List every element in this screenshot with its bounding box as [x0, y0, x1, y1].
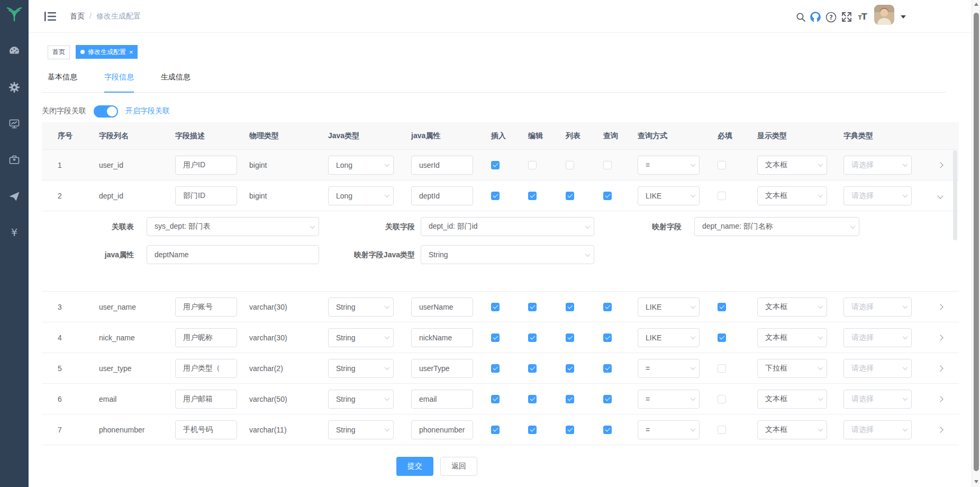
java-type-select[interactable]: Long [328, 186, 394, 205]
java-field-input[interactable]: userId [411, 156, 473, 175]
association-toggle[interactable] [94, 105, 118, 118]
required-checkbox[interactable] [718, 395, 726, 403]
required-checkbox[interactable] [718, 333, 726, 342]
edit-checkbox[interactable] [528, 395, 537, 403]
scrollbar-up-arrow-icon[interactable] [972, 0, 980, 8]
app-logo[interactable] [0, 0, 29, 29]
avatar-caret-down-icon[interactable] [901, 15, 906, 19]
scrollbar-down-arrow-icon[interactable] [972, 477, 980, 486]
column-desc-input[interactable]: 用户昵称 [175, 328, 237, 347]
column-desc-input[interactable]: 用户类型（ [175, 359, 237, 378]
java-field-input[interactable]: phonenumber [411, 420, 473, 439]
column-desc-input[interactable]: 手机号码 [175, 420, 237, 439]
list-checkbox[interactable] [566, 303, 574, 311]
java-type-select[interactable]: String [328, 390, 394, 409]
list-checkbox[interactable] [566, 395, 574, 403]
page-scrollbar[interactable] [972, 0, 980, 487]
edit-checkbox[interactable] [528, 333, 537, 342]
expand-row-icon[interactable] [937, 304, 943, 310]
sidebar-item-monitor[interactable] [0, 112, 29, 136]
user-avatar[interactable] [874, 5, 894, 25]
edit-checkbox[interactable] [528, 364, 537, 373]
query-checkbox[interactable] [603, 333, 612, 342]
expand-row-icon[interactable] [937, 396, 943, 402]
java-type-select[interactable]: String [328, 297, 394, 317]
query-type-select[interactable]: LIKE [638, 186, 700, 205]
question-icon[interactable]: ? [825, 11, 837, 23]
edit-checkbox[interactable] [528, 426, 537, 434]
required-checkbox[interactable] [718, 161, 726, 169]
html-type-select[interactable]: 文本框 [757, 328, 827, 347]
query-checkbox[interactable] [603, 426, 612, 434]
sidebar-item-guide[interactable] [0, 185, 29, 208]
dict-type-select[interactable]: 请选择 [843, 328, 912, 347]
query-checkbox[interactable] [603, 303, 612, 311]
sidebar-item-tool[interactable] [0, 148, 29, 172]
tab-gen-info[interactable]: 生成信息 [161, 73, 190, 93]
query-checkbox[interactable] [603, 364, 612, 373]
dict-type-select[interactable]: 请选择 [843, 359, 912, 378]
tab-field-info[interactable]: 字段信息 [104, 73, 134, 93]
edit-checkbox[interactable] [528, 303, 537, 311]
dict-type-select[interactable]: 请选择 [843, 186, 912, 205]
list-checkbox[interactable] [566, 161, 574, 169]
query-type-select[interactable]: LIKE [638, 328, 700, 347]
html-type-select[interactable]: 文本框 [757, 420, 827, 439]
list-checkbox[interactable] [566, 426, 574, 434]
insert-checkbox[interactable] [491, 303, 500, 311]
column-desc-input[interactable]: 部门ID [175, 186, 237, 205]
query-checkbox[interactable] [603, 395, 612, 403]
tag-home[interactable]: 首页 [48, 46, 70, 59]
list-checkbox[interactable] [566, 333, 574, 342]
query-type-select[interactable]: LIKE [638, 297, 700, 317]
table-scrollbar-thumb[interactable] [953, 150, 957, 240]
dict-type-select[interactable]: 请选择 [843, 297, 912, 317]
java-type-select[interactable]: String [328, 420, 394, 439]
java-field-input[interactable]: nickName [411, 328, 473, 347]
expand-row-icon[interactable] [937, 335, 943, 340]
tag-active-gen-config[interactable]: 修改生成配置 × [76, 45, 138, 59]
query-checkbox[interactable] [603, 192, 612, 200]
sidebar-item-system[interactable] [0, 76, 29, 99]
insert-checkbox[interactable] [491, 364, 500, 373]
java-field-input[interactable]: deptId [411, 186, 473, 205]
map-field-select[interactable]: dept_name: 部门名称 [694, 217, 859, 236]
html-type-select[interactable]: 下拉框 [757, 359, 827, 378]
expand-row-icon[interactable] [937, 193, 943, 199]
list-checkbox[interactable] [566, 192, 574, 200]
back-button[interactable]: 返回 [440, 457, 477, 476]
search-icon[interactable] [795, 11, 806, 23]
column-desc-input[interactable]: 用户ID [175, 156, 237, 175]
submit-button[interactable]: 提交 [396, 457, 433, 476]
sidebar-item-dashboard[interactable] [0, 40, 29, 63]
insert-checkbox[interactable] [491, 333, 500, 342]
java-field-input[interactable]: email [411, 390, 473, 409]
java-field-input[interactable]: userType [411, 359, 473, 378]
query-checkbox[interactable] [603, 161, 612, 169]
insert-checkbox[interactable] [491, 161, 500, 169]
association-on-label[interactable]: 开启字段关联 [125, 106, 170, 116]
required-checkbox[interactable] [718, 303, 726, 311]
required-checkbox[interactable] [718, 426, 726, 434]
query-type-select[interactable]: = [638, 359, 700, 378]
required-checkbox[interactable] [718, 364, 726, 373]
html-type-select[interactable]: 文本框 [757, 186, 827, 205]
dict-type-select[interactable]: 请选择 [843, 390, 912, 409]
edit-checkbox[interactable] [528, 192, 537, 200]
java-type-select[interactable]: String [328, 359, 394, 378]
html-type-select[interactable]: 文本框 [757, 297, 827, 317]
query-type-select[interactable]: = [638, 420, 700, 439]
dict-type-select[interactable]: 请选择 [843, 156, 912, 175]
scrollbar-thumb[interactable] [974, 13, 979, 471]
java-type-select[interactable]: Long [328, 156, 394, 175]
tab-basic-info[interactable]: 基本信息 [48, 73, 77, 93]
java-field-input[interactable]: userName [411, 297, 473, 317]
list-checkbox[interactable] [566, 364, 574, 373]
sidebar-item-pay[interactable]: ¥ [0, 221, 29, 245]
fullscreen-icon[interactable] [841, 11, 852, 23]
column-desc-input[interactable]: 用户邮箱 [175, 390, 237, 409]
html-type-select[interactable]: 文本框 [757, 156, 827, 175]
insert-checkbox[interactable] [491, 192, 500, 200]
expand-row-icon[interactable] [937, 162, 943, 168]
java-type-select[interactable]: String [328, 328, 394, 347]
